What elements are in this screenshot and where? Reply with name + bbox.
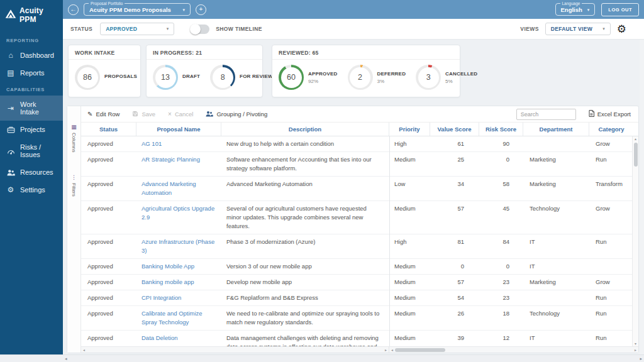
scroll-up-icon[interactable]: ▴	[635, 136, 636, 141]
views-select[interactable]: DEFAULT VIEW ▾	[545, 23, 611, 35]
table-row[interactable]: Approved Calibrate and Optimize Spray Te…	[81, 306, 638, 331]
collapse-portfolio-icon[interactable]: ←	[68, 4, 79, 15]
table-row[interactable]: Approved AG 101 New drug to help with a …	[81, 136, 638, 152]
cell-proposal-name-link[interactable]: CPI Integration	[136, 290, 221, 305]
scroll-right-icon[interactable]: ▸	[635, 348, 636, 352]
language-select-value: English	[561, 6, 582, 13]
column-header[interactable]: Category	[589, 123, 633, 136]
table-row[interactable]: Approved Data Deletion Data management c…	[81, 331, 638, 346]
cell-value-score: 81	[430, 234, 479, 250]
search-input[interactable]	[516, 109, 576, 120]
scroll-down-icon[interactable]: ▾	[635, 341, 636, 346]
table-row[interactable]: Approved Advanced Marketing Automation A…	[81, 177, 638, 201]
cell-proposal-name-link[interactable]: Calibrate and Optimize Spray Technology	[136, 306, 221, 330]
column-header[interactable]: Priority	[389, 123, 430, 136]
add-portfolio-icon[interactable]: +	[196, 4, 206, 15]
pencil-icon: ✎	[87, 111, 92, 118]
cell-risk-score: 45	[479, 201, 523, 216]
grouping-pivoting-button[interactable]: Grouping / Pivoting	[206, 111, 267, 118]
sidebar-item[interactable]: ⇥ Work Intake	[0, 96, 63, 121]
cell-proposal-name-link[interactable]: Advanced Marketing Automation	[136, 177, 221, 200]
chevron-down-icon: ▾	[167, 26, 169, 31]
edit-row-button[interactable]: ✎ Edit Row	[87, 111, 119, 118]
stat-percent: 3%	[377, 79, 406, 84]
excel-export-button[interactable]: Excel Export	[589, 110, 631, 118]
settings-gear-icon[interactable]: ⚙	[617, 24, 626, 35]
cell-proposal-name-link[interactable]: Banking mobile app	[136, 275, 221, 290]
column-header[interactable]: Department	[523, 123, 589, 136]
status-filter-select[interactable]: APPROVED ▾	[100, 23, 174, 35]
scroll-right-icon[interactable]: ▸	[385, 348, 387, 352]
cell-proposal-name-link[interactable]: Azure Infrastructure (Phase 3)	[136, 234, 221, 258]
table-vertical-scrollbar[interactable]: ▴ ▾	[632, 136, 638, 346]
vscroll-thumb[interactable]	[634, 143, 638, 167]
table-row[interactable]: Approved AR Strategic Planning Software …	[81, 152, 638, 177]
scroll-left-icon[interactable]: ◂	[83, 348, 85, 352]
sidebar-item[interactable]: Resources	[0, 163, 63, 181]
cell-proposal-name-link[interactable]: Banking Mobile App	[136, 259, 221, 274]
scroll-left-icon[interactable]: ◂	[65, 356, 67, 361]
sidebar-item[interactable]: ⌂ Dashboard	[0, 47, 63, 64]
show-timeline-label: SHOW TIMELINE	[216, 26, 262, 32]
save-button[interactable]: Save	[132, 111, 155, 118]
columns-tab[interactable]: ▦ Columns	[71, 124, 77, 153]
table-toolbar: ✎ Edit Row Save × Cancel Grouping / Pivo…	[81, 106, 638, 123]
sidebar-section-capabilities: CAPABILITIES	[0, 82, 63, 96]
grouping-pivoting-label: Grouping / Pivoting	[216, 111, 267, 118]
table-row[interactable]: Approved Banking Mobile App Version 3 of…	[81, 259, 638, 275]
cell-status: Approved	[81, 177, 136, 192]
edit-row-label: Edit Row	[96, 111, 119, 118]
cancel-label: Cancel	[175, 111, 194, 118]
sidebar-item-label: Settings	[20, 186, 45, 194]
sidebar-section-reporting: REPORTING	[0, 33, 63, 47]
cell-status: Approved	[81, 136, 136, 151]
table-row[interactable]: Approved Banking mobile app Develop new …	[81, 275, 638, 290]
sidebar-item[interactable]: Risks / Issues	[0, 138, 63, 163]
cell-priority: Low	[389, 177, 430, 192]
cell-category: Run	[589, 234, 633, 250]
table-row[interactable]: Approved Agricultural Optics Upgrade 2.9…	[81, 201, 638, 234]
cell-value-score: 57	[430, 275, 479, 290]
hscroll-thumb[interactable]	[395, 348, 445, 352]
language-select[interactable]: Language English ▾	[555, 3, 596, 16]
sidebar-item-label: Work Intake	[20, 101, 57, 116]
show-timeline-toggle[interactable]	[191, 25, 209, 34]
cell-risk-score: 58	[479, 177, 523, 192]
table-row[interactable]: Approved CPI Integration F&G Replatform …	[81, 290, 638, 306]
stat-ring: 2	[348, 65, 373, 90]
cell-value-score: 54	[430, 290, 479, 305]
logout-button[interactable]: LOG OUT	[601, 3, 639, 16]
filter-bar: STATUS APPROVED ▾ SHOW TIMELINE VIEWS DE…	[63, 19, 644, 40]
right-pane-hscrollbar[interactable]: ◂ ▸	[389, 347, 638, 353]
cell-proposal-name-link[interactable]: Agricultural Optics Upgrade 2.9	[136, 201, 221, 225]
projects-icon	[6, 126, 15, 133]
scroll-right-icon[interactable]: ▸	[640, 356, 642, 361]
stat-item: 3 CANCELLED 5%	[416, 65, 477, 90]
cell-priority: Medium	[389, 306, 430, 321]
cell-proposal-name-link[interactable]: AR Strategic Planning	[136, 152, 221, 167]
column-header[interactable]: Value Score	[430, 123, 479, 136]
column-header[interactable]: Risk Score	[479, 123, 523, 136]
column-header[interactable]: Proposal Name	[136, 123, 221, 136]
cancel-button[interactable]: × Cancel	[168, 111, 193, 118]
page-horizontal-scrollbar[interactable]: ◂ ▸	[0, 354, 644, 362]
cell-description: Version 3 of our new mobile app	[221, 259, 389, 274]
sidebar-item[interactable]: ⚙ Settings	[0, 181, 63, 199]
scroll-left-icon[interactable]: ◂	[391, 348, 393, 352]
page-vertical-scrollbar[interactable]	[640, 21, 644, 354]
column-header[interactable]: Status	[81, 123, 136, 136]
column-header[interactable]: Description	[221, 123, 389, 136]
cell-risk-score: 23	[479, 275, 523, 290]
filters-tab[interactable]: ⋮ Filters	[71, 174, 77, 197]
stat-item: 86 PROPOSALS	[75, 65, 137, 90]
left-pane-hscrollbar[interactable]: ◂ ▸	[81, 347, 389, 353]
stat-percent: 5%	[445, 79, 477, 84]
close-icon: ×	[168, 111, 172, 118]
cell-proposal-name-link[interactable]: Data Deletion	[136, 331, 221, 346]
cell-risk-score: 0	[479, 259, 523, 274]
portfolio-select[interactable]: Proposal Portfolio Acuity PPM Demo Propo…	[84, 3, 191, 16]
sidebar-item[interactable]: ▤ Reports	[0, 64, 63, 82]
table-row[interactable]: Approved Azure Infrastructure (Phase 3) …	[81, 234, 638, 259]
cell-proposal-name-link[interactable]: AG 101	[136, 136, 221, 151]
sidebar-item[interactable]: Projects	[0, 121, 63, 138]
